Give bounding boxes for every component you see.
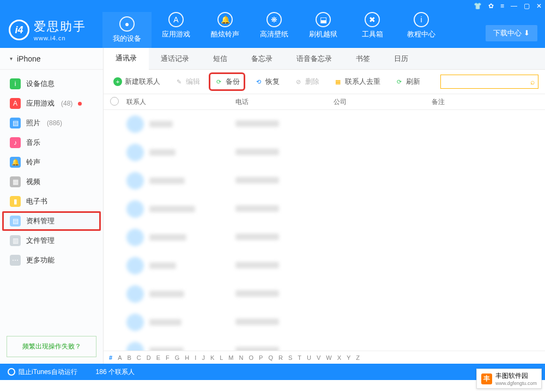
watermark: 丰 丰图软件园 www.dgfengtu.com xyxy=(476,369,542,389)
sidebar-item-filemgr[interactable]: ▥文件管理 xyxy=(0,231,103,250)
tab-书签[interactable]: 书签 xyxy=(344,48,382,69)
alpha-B[interactable]: B xyxy=(127,354,131,361)
faq-link[interactable]: 频繁出现操作失败？ xyxy=(7,336,96,357)
skin-icon[interactable]: 👕 xyxy=(474,2,482,10)
col-company[interactable]: 公司 xyxy=(334,97,432,107)
sidebar-item-video[interactable]: ▦视频 xyxy=(0,172,103,192)
table-row[interactable] xyxy=(104,308,545,336)
restore-button[interactable]: ⟲ 恢复 xyxy=(251,75,283,89)
sidebar-item-apps[interactable]: A应用游戏(48) xyxy=(0,94,103,113)
contact-count: 186 个联系人 xyxy=(96,367,135,377)
flower-icon: ❋ xyxy=(267,12,282,27)
table-row[interactable] xyxy=(104,280,545,308)
dedupe-button[interactable]: ▦ 联系人去重 xyxy=(330,75,384,89)
alpha-N[interactable]: N xyxy=(239,354,244,361)
sidebar-item-more[interactable]: ⋯更多功能 xyxy=(0,250,103,270)
table-row[interactable] xyxy=(104,110,545,138)
nav-wallpaper[interactable]: ❋高清壁纸 xyxy=(250,12,299,48)
sidebar-item-info[interactable]: i设备信息 xyxy=(0,74,103,94)
avatar xyxy=(126,144,144,161)
col-phone[interactable]: 电话 xyxy=(235,97,334,107)
nav-ringtones[interactable]: 🔔酷炫铃声 xyxy=(201,12,250,48)
tab-通讯录[interactable]: 通讯录 xyxy=(104,48,149,70)
app-name: 爱思助手 xyxy=(34,19,86,35)
alpha-M[interactable]: M xyxy=(228,354,233,361)
sidebar-item-music[interactable]: ♪音乐 xyxy=(0,133,103,152)
music-icon: ♪ xyxy=(10,137,21,148)
avatar xyxy=(126,342,144,351)
settings-icon[interactable]: ✿ xyxy=(488,2,494,10)
alpha-S[interactable]: S xyxy=(288,354,292,361)
search-icon[interactable]: ⌕ xyxy=(530,77,535,86)
download-icon: ⬇ xyxy=(524,29,530,37)
nav-tutorials[interactable]: i教程中心 xyxy=(397,12,446,48)
device-selector[interactable]: iPhone xyxy=(0,48,103,70)
block-itunes-toggle[interactable]: 阻止iTunes自动运行 xyxy=(8,367,77,377)
refresh-button[interactable]: ⟳ 刷新 xyxy=(391,75,423,89)
avatar xyxy=(126,172,144,189)
alpha-O[interactable]: O xyxy=(249,354,253,361)
alpha-V[interactable]: V xyxy=(317,354,320,361)
table-row[interactable] xyxy=(104,252,545,280)
watermark-icon: 丰 xyxy=(481,373,492,384)
i-icon: i xyxy=(414,12,429,27)
download-center-button[interactable]: 下载中心 ⬇ xyxy=(486,25,537,41)
nav-toolbox[interactable]: ✖工具箱 xyxy=(348,12,397,48)
alpha-T[interactable]: T xyxy=(298,354,301,361)
maximize-icon[interactable]: ▢ xyxy=(524,2,530,10)
alpha-K[interactable]: K xyxy=(210,354,214,361)
tab-短信[interactable]: 短信 xyxy=(201,48,239,69)
sidebar-item-datamgr[interactable]: ▤资料管理 xyxy=(2,211,101,231)
tab-通话记录[interactable]: 通话记录 xyxy=(149,48,201,69)
alpha-Z[interactable]: Z xyxy=(356,354,360,361)
sidebar-item-ring[interactable]: 🔔铃声 xyxy=(0,152,103,172)
alpha-H[interactable]: H xyxy=(185,354,189,361)
minimize-icon[interactable]: — xyxy=(511,2,517,10)
table-row[interactable] xyxy=(104,138,545,167)
search-box[interactable]: ⌕ xyxy=(440,75,538,89)
tab-日历[interactable]: 日历 xyxy=(382,48,420,69)
tab-备忘录[interactable]: 备忘录 xyxy=(239,48,284,69)
alpha-L[interactable]: L xyxy=(220,354,223,361)
col-note[interactable]: 备注 xyxy=(432,97,538,107)
more-icon: ⋯ xyxy=(10,255,21,266)
new-contact-button[interactable]: + 新建联系人 xyxy=(110,75,164,89)
nav-flash[interactable]: ⬓刷机越狱 xyxy=(299,12,348,48)
sidebar-item-ebook[interactable]: ▮电子书 xyxy=(0,192,103,211)
main-panel: 通讯录通话记录短信备忘录语音备忘录书签日历 + 新建联系人 ✎ 编辑 ⟳ 备份 … xyxy=(104,48,545,364)
alpha-G[interactable]: G xyxy=(175,354,180,361)
alpha-A[interactable]: A xyxy=(118,354,122,361)
table-row[interactable] xyxy=(104,167,545,195)
watermark-name: 丰图软件园 xyxy=(495,371,537,381)
nav-apps[interactable]: A应用游戏 xyxy=(152,12,201,48)
alpha-J[interactable]: J xyxy=(202,354,205,361)
table-row[interactable] xyxy=(104,336,545,351)
table-row[interactable] xyxy=(104,223,545,252)
toolbar: + 新建联系人 ✎ 编辑 ⟳ 备份 ⟲ 恢复 ⊘ 删除 ▦ 联系人去重 xyxy=(104,70,545,94)
alpha-W[interactable]: W xyxy=(326,354,331,361)
alpha-D[interactable]: D xyxy=(147,354,151,361)
alpha-X[interactable]: X xyxy=(337,354,341,361)
close-icon[interactable]: ✕ xyxy=(536,2,542,10)
alpha-Y[interactable]: Y xyxy=(347,354,350,361)
alpha-U[interactable]: U xyxy=(307,354,311,361)
alpha-#[interactable]: # xyxy=(109,354,112,361)
collapse-icon[interactable]: ≡ xyxy=(500,2,504,10)
sidebar-item-photos[interactable]: ▤照片(886) xyxy=(0,113,103,133)
alpha-E[interactable]: E xyxy=(156,354,160,361)
alpha-F[interactable]: F xyxy=(166,354,169,361)
alpha-I[interactable]: I xyxy=(195,354,196,361)
search-input[interactable] xyxy=(444,78,530,85)
select-all-checkbox[interactable] xyxy=(110,97,119,106)
backup-icon: ⟳ xyxy=(214,77,223,86)
backup-button[interactable]: ⟳ 备份 xyxy=(211,75,243,89)
alpha-Q[interactable]: Q xyxy=(268,354,273,361)
nav-device[interactable]: ●我的设备 xyxy=(102,12,152,48)
window-titlebar: 👕 ✿ ≡ — ▢ ✕ xyxy=(0,0,545,12)
tab-语音备忘录[interactable]: 语音备忘录 xyxy=(284,48,344,69)
alpha-P[interactable]: P xyxy=(259,354,263,361)
alpha-R[interactable]: R xyxy=(278,354,283,361)
col-contact[interactable]: 联系人 xyxy=(126,97,235,107)
alpha-C[interactable]: C xyxy=(137,354,141,361)
table-row[interactable] xyxy=(104,195,545,223)
